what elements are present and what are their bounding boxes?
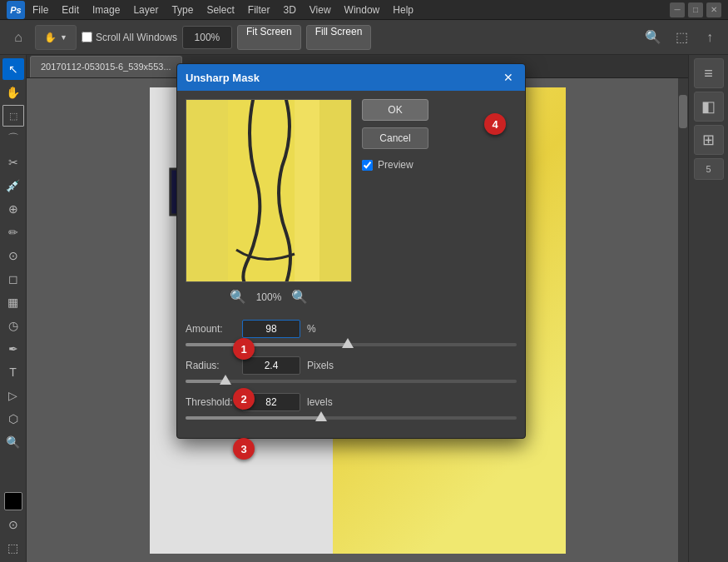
- radius-label: Radius:: [186, 360, 235, 371]
- menu-edit[interactable]: Edit: [56, 2, 85, 17]
- menu-select[interactable]: Select: [201, 2, 240, 17]
- tool-marquee[interactable]: ⬚: [2, 105, 24, 127]
- threshold-input[interactable]: [242, 393, 300, 411]
- scrollbar-thumb[interactable]: [679, 95, 687, 128]
- radius-input[interactable]: [242, 356, 300, 375]
- tool-hand[interactable]: ✋: [2, 82, 24, 103]
- hand-tool-btn[interactable]: ✋ ▼: [35, 25, 77, 50]
- close-btn[interactable]: ✕: [706, 2, 721, 17]
- preview-content: [186, 100, 351, 281]
- tool-pen[interactable]: ✒: [2, 338, 24, 360]
- tool-eraser[interactable]: ◻: [2, 268, 24, 290]
- fill-screen-btn[interactable]: Fill Screen: [306, 25, 372, 50]
- canvas-tab[interactable]: 20170112-053015-6_539x553...: [30, 56, 182, 77]
- layout-icon-btn[interactable]: ⬚: [670, 26, 693, 49]
- ok-button[interactable]: OK: [362, 99, 428, 121]
- toolbar: ⌂ ✋ ▼ Scroll All Windows 100% Fit Screen…: [0, 20, 728, 55]
- maximize-btn[interactable]: □: [688, 2, 703, 17]
- screen-mode[interactable]: ⬚: [2, 537, 24, 559]
- preview-checkbox-row[interactable]: Preview: [362, 159, 517, 171]
- amount-slider-thumb[interactable]: [342, 338, 354, 348]
- threshold-slider-fill: [186, 416, 321, 420]
- menu-view[interactable]: View: [304, 2, 337, 17]
- radius-row: Radius: Pixels: [186, 356, 517, 383]
- cancel-button[interactable]: Cancel: [362, 127, 428, 149]
- tool-eyedropper[interactable]: 💉: [2, 175, 24, 196]
- tool-dodge[interactable]: ◷: [2, 315, 24, 336]
- radius-unit: Pixels: [307, 360, 334, 371]
- amount-input[interactable]: [242, 320, 300, 338]
- tool-shape[interactable]: ⬡: [2, 408, 24, 430]
- svg-rect-3: [319, 100, 352, 282]
- layers-icon-btn[interactable]: ≡: [694, 58, 724, 88]
- tool-text[interactable]: T: [2, 361, 24, 383]
- quick-mask[interactable]: ⊙: [2, 514, 24, 535]
- zoom-in-icon[interactable]: 🔍: [291, 289, 308, 305]
- tool-crop[interactable]: ✂: [2, 152, 24, 173]
- panel-number-btn[interactable]: 5: [694, 158, 724, 180]
- scroll-all-windows-checkbox[interactable]: Scroll All Windows: [82, 32, 177, 43]
- share-icon-btn[interactable]: ↑: [698, 26, 721, 49]
- threshold-label: Threshold:: [186, 396, 235, 408]
- dialog-controls: OK Cancel Preview: [362, 99, 517, 308]
- unsharp-mask-dialog[interactable]: Unsharp Mask ✕: [176, 63, 526, 439]
- tool-heal[interactable]: ⊕: [2, 198, 24, 220]
- amount-unit: %: [307, 323, 316, 335]
- amount-row: Amount: %: [186, 320, 517, 346]
- preview-label: Preview: [378, 159, 414, 171]
- home-icon-btn[interactable]: ⌂: [7, 26, 30, 49]
- right-panel: ≡ ◧ ⊞ 5: [688, 55, 728, 562]
- radius-slider-track[interactable]: [186, 380, 517, 383]
- svg-rect-2: [186, 100, 228, 282]
- preview-zoom-value: 100%: [256, 291, 282, 303]
- tool-brush[interactable]: ✏: [2, 221, 24, 243]
- menu-filter[interactable]: Filter: [242, 2, 276, 17]
- tool-zoom[interactable]: 🔍: [2, 431, 24, 453]
- minimize-btn[interactable]: ─: [670, 2, 685, 17]
- properties-icon-btn[interactable]: ◧: [694, 92, 724, 122]
- threshold-row: Threshold: levels: [186, 393, 517, 420]
- tool-lasso[interactable]: ⌒: [2, 128, 24, 150]
- amount-label: Amount:: [186, 323, 235, 335]
- preview-checkbox-input[interactable]: [362, 160, 373, 171]
- menu-bar: Ps File Edit Image Layer Type Select Fil…: [0, 0, 728, 20]
- menu-image[interactable]: Image: [87, 2, 126, 17]
- menu-file[interactable]: File: [27, 2, 54, 17]
- radius-slider-thumb[interactable]: [220, 375, 231, 385]
- search-icon-btn[interactable]: 🔍: [641, 26, 665, 49]
- tool-clone[interactable]: ⊙: [2, 245, 24, 266]
- menu-help[interactable]: Help: [387, 2, 419, 17]
- amount-slider-fill: [186, 343, 348, 346]
- tool-gradient[interactable]: ▦: [2, 291, 24, 313]
- foreground-color[interactable]: [4, 492, 22, 510]
- tools-panel: ↖ ✋ ⬚ ⌒ ✂ 💉 ⊕ ✏ ⊙ ◻ ▦ ◷ ✒ T ▷ ⬡ 🔍 ⊙ ⬚: [0, 55, 27, 562]
- menu-type[interactable]: Type: [166, 2, 199, 17]
- threshold-slider-track[interactable]: [186, 416, 517, 420]
- scrollbar-vertical[interactable]: [678, 78, 688, 562]
- scroll-all-windows-input[interactable]: [82, 32, 92, 42]
- main-area: ↖ ✋ ⬚ ⌒ ✂ 💉 ⊕ ✏ ⊙ ◻ ▦ ◷ ✒ T ▷ ⬡ 🔍 ⊙ ⬚ 20…: [0, 55, 728, 562]
- sliders-section: Amount: % Radius:: [177, 316, 525, 438]
- tool-move[interactable]: ↖: [2, 58, 24, 80]
- zoom-display[interactable]: 100%: [182, 26, 232, 49]
- fit-screen-btn[interactable]: Fit Screen: [237, 25, 301, 50]
- dialog-body: 🔍 100% 🔍 OK Cancel Preview: [177, 91, 525, 316]
- zoom-out-icon[interactable]: 🔍: [230, 289, 246, 305]
- preview-svg: [186, 100, 352, 282]
- threshold-label-row: Threshold: levels: [186, 393, 517, 411]
- dialog-header: Unsharp Mask ✕: [177, 64, 525, 91]
- dialog-preview[interactable]: [186, 99, 352, 282]
- dialog-close-btn[interactable]: ✕: [500, 69, 517, 86]
- canvas-area: 20170112-053015-6_539x553... IT'S: [27, 55, 688, 562]
- hand-icon: ✋: [44, 32, 57, 43]
- menu-window[interactable]: Window: [339, 2, 386, 17]
- threshold-slider-thumb[interactable]: [315, 411, 327, 421]
- preview-zoom: 🔍 100% 🔍: [186, 286, 352, 308]
- dialog-title: Unsharp Mask: [186, 72, 260, 84]
- adjustments-icon-btn[interactable]: ⊞: [694, 125, 724, 155]
- menu-3d[interactable]: 3D: [277, 2, 301, 17]
- amount-label-row: Amount: %: [186, 320, 517, 338]
- tool-path[interactable]: ▷: [2, 385, 24, 406]
- menu-layer[interactable]: Layer: [127, 2, 164, 17]
- amount-slider-track[interactable]: [186, 343, 517, 346]
